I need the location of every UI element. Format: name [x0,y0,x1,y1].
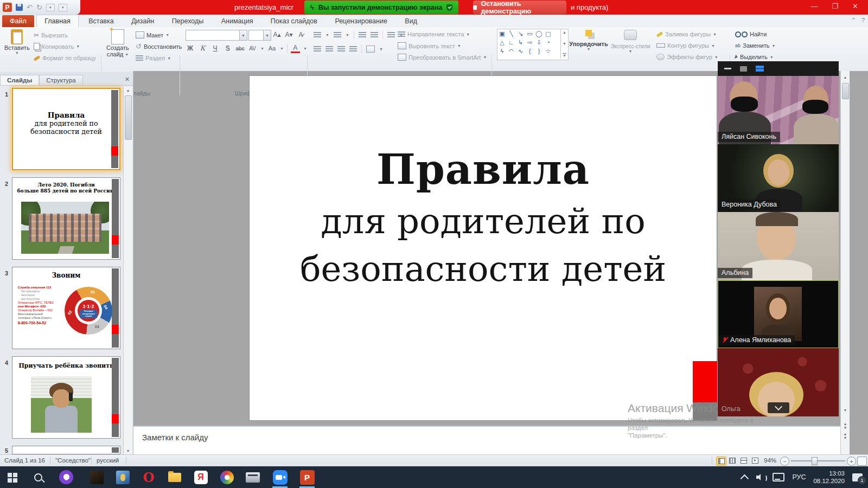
align-text-button[interactable]: Выровнять текст ▼ [398,42,461,49]
zoom-out-button[interactable]: − [780,457,789,466]
bullets-icon[interactable] [314,32,321,38]
tab-view[interactable]: Вид [397,15,425,27]
slide-thumbnail-5[interactable] [12,446,120,454]
arrange-button[interactable]: Упорядочить ▼ [572,30,605,51]
gallery-view-icon[interactable] [756,66,764,72]
textbox-shape-icon[interactable]: ▣ [497,29,507,38]
font-color-button[interactable]: A [291,44,300,53]
minimize-ribbon-icon[interactable]: ⌃ [851,17,856,24]
text-direction-button[interactable]: Направление текста ▼ [398,31,470,37]
caret-down-icon[interactable]: ▼ [239,30,247,40]
text-shadow-button[interactable]: S [223,43,232,53]
paste-button[interactable]: Вставить ▼ [4,29,30,55]
align-right-icon[interactable] [337,46,345,52]
keyboard-icon[interactable] [773,473,784,481]
gallery-down-icon[interactable]: ▼ [563,42,566,46]
clock[interactable]: 13:03 08.12.2020 [813,470,845,485]
language-switcher[interactable]: РУС [792,473,806,481]
powerpoint-logo-icon[interactable]: P [3,3,12,12]
participant-video-5[interactable]: Ольга [718,348,839,416]
taskbar-paint-app[interactable] [215,466,239,488]
arrow-shape-icon[interactable]: ↘ [516,29,525,38]
tab-review[interactable]: Рецензирование [327,15,395,27]
slide-thumbnail-2[interactable]: Лето 2020. Погибли больше 885 детей по в… [12,177,120,260]
participant-video-4[interactable]: Алена Ямлиханова [718,280,839,349]
elbow-shape-icon[interactable]: ∟ [507,38,516,47]
taskbar-scanner-app[interactable] [241,466,265,488]
new-slide-button[interactable]: Создать слайд▼ [106,29,129,57]
format-painter-button[interactable]: Формат по образцу [34,55,96,61]
scribble-shape-icon[interactable]: ϟ [497,47,507,55]
scrollbar-thumb[interactable] [842,83,849,99]
slide-thumbnail-4[interactable]: Приучать ребёнка звонить [12,356,120,439]
main-scrollbar[interactable]: ▲ ▼ ▲▲ ▼▼ [840,71,850,454]
arc-shape-icon[interactable]: ◠ [507,47,516,55]
tray-expand-icon[interactable] [741,474,749,483]
collapse-videos-button[interactable] [768,402,789,413]
normal-view-button[interactable] [716,457,726,466]
tab-animations[interactable]: Анимация [214,15,261,27]
elbow-arrow-shape-icon[interactable]: ↳ [516,38,525,47]
curve-shape-icon[interactable]: ∿ [516,47,525,55]
tab-outline[interactable]: Структура [39,75,83,85]
decrease-indent-icon[interactable] [359,32,366,38]
tab-design[interactable]: Дизайн [124,15,162,27]
zoom-slider-handle[interactable] [812,457,818,465]
zoom-slider-track[interactable] [791,460,845,461]
tab-slides-thumbnails[interactable]: Слайды [0,75,39,85]
taskbar-game-app-1[interactable] [85,466,108,488]
tab-transitions[interactable]: Переходы [164,15,212,27]
increase-indent-icon[interactable] [371,32,378,38]
rounded-rect-shape-icon[interactable]: ▢ [544,29,553,38]
minimize-panel-icon[interactable] [724,68,731,69]
zoom-in-button[interactable]: + [847,457,856,466]
taskbar-search-button[interactable] [26,466,50,488]
undo-icon[interactable]: ↶ [27,4,33,11]
change-case-button[interactable]: Aa [267,43,277,53]
grow-font-button[interactable]: A▴ [272,30,282,40]
taskbar-yandex-browser[interactable]: Я [189,466,213,488]
reading-view-button[interactable] [739,457,748,465]
start-button[interactable] [0,466,24,488]
gallery-more-icon[interactable]: ▼ [563,53,566,57]
rectangle-shape-icon[interactable]: ▭ [525,29,534,38]
close-panel-icon[interactable]: ✕ [125,76,130,83]
slides-panel-scrollbar[interactable]: ▲ ▼ [123,87,132,454]
restore-icon[interactable]: ❐ [832,2,838,10]
italic-button[interactable]: К [198,43,207,53]
align-left-icon[interactable] [314,46,321,52]
copy-button[interactable]: Копировать ▼ [34,43,80,50]
left-brace-shape-icon[interactable]: { [525,47,534,55]
tab-home[interactable]: Главная [36,15,79,28]
previous-slide-icon[interactable]: ▲▲ [841,422,850,429]
shrink-font-button[interactable]: A▾ [284,30,293,40]
scroll-down-icon[interactable]: ▼ [124,449,132,453]
shape-fill-button[interactable]: Заливка фигуры ▼ [656,31,717,37]
redo-icon[interactable]: ↻ [36,4,42,11]
shape-effects-button[interactable]: Эффекты фигур ▼ [656,54,718,60]
volume-icon[interactable] [756,473,765,481]
slide-canvas[interactable]: Правила для родителей по безопасности де… [249,75,717,421]
convert-smartart-button[interactable]: Преобразовать в SmartArt ▼ [398,54,487,61]
notification-center-icon[interactable]: 1 [852,473,863,481]
caret-down-icon[interactable]: ▼ [263,30,271,40]
shape-outline-button[interactable]: Контур фигуры ▼ [656,42,715,49]
next-slide-icon[interactable]: ▼▼ [841,433,850,440]
strikethrough-button[interactable]: abc [235,43,245,53]
customize-qat-icon[interactable]: ▾ [59,4,67,11]
stop-sharing-button[interactable]: Остановить демонстрацию [473,1,566,14]
slide-sorter-view-button[interactable] [727,457,737,465]
expand-panel-icon[interactable] [740,66,747,72]
columns-icon[interactable] [366,46,375,53]
star-shape-icon[interactable]: ☆ [544,47,553,55]
numbering-icon[interactable] [334,32,341,38]
slide-thumbnail-1[interactable]: Правила для родителей по безопасности де… [12,88,120,170]
scroll-up-icon[interactable]: ▲ [841,75,850,79]
down-arrow-shape-icon[interactable]: ⇩ [534,38,544,47]
line-shape-icon[interactable]: ╲ [507,29,516,38]
shapes-gallery[interactable]: ▣ ╲ ↘ ▭ ◯ ▢ △ ∟ ↳ ⇨ ⇩ ◔ ϟ ◠ ∿ { } ☆ ▲ [497,29,569,60]
section-button[interactable]: Раздел ▼ [136,55,171,61]
taskbar-powerpoint-app[interactable]: P [295,466,319,488]
minimize-icon[interactable]: — [810,2,818,10]
oval-shape-icon[interactable]: ◯ [534,29,544,38]
